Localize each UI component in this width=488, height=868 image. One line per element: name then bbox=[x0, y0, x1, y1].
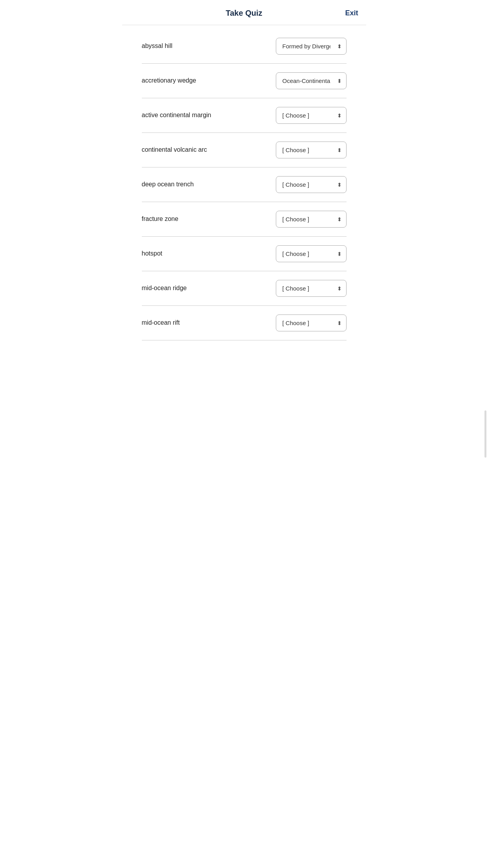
term-fracture-zone: fracture zone bbox=[142, 215, 270, 223]
header: Take Quiz Exit bbox=[122, 0, 366, 25]
term-abyssal-hill: abyssal hill bbox=[142, 42, 270, 50]
page-title: Take Quiz bbox=[226, 9, 262, 18]
term-mid-ocean-rift: mid-ocean rift bbox=[142, 318, 270, 327]
term-accretionary-wedge: accretionary wedge bbox=[142, 76, 270, 85]
quiz-row: active continental margin[ Choose ]Forme… bbox=[142, 98, 347, 133]
quiz-row: hotspot[ Choose ]Formed by DivergentOcea… bbox=[142, 237, 347, 271]
quiz-row: fracture zone[ Choose ]Formed by Diverge… bbox=[142, 202, 347, 237]
select-abyssal-hill[interactable]: [ Choose ]Formed by DivergentOcean-Conti… bbox=[276, 38, 347, 55]
select-wrapper-active-continental-margin: [ Choose ]Formed by DivergentOcean-Conti… bbox=[276, 107, 347, 124]
select-wrapper-abyssal-hill: [ Choose ]Formed by DivergentOcean-Conti… bbox=[276, 38, 347, 55]
select-hotspot[interactable]: [ Choose ]Formed by DivergentOcean-Conti… bbox=[276, 245, 347, 262]
quiz-row: mid-ocean ridge[ Choose ]Formed by Diver… bbox=[142, 271, 347, 306]
quiz-content: abyssal hill[ Choose ]Formed by Divergen… bbox=[122, 25, 366, 356]
term-deep-ocean-trench: deep ocean trench bbox=[142, 180, 270, 189]
select-wrapper-mid-ocean-rift: [ Choose ]Formed by DivergentOcean-Conti… bbox=[276, 314, 347, 331]
quiz-row: accretionary wedge[ Choose ]Formed by Di… bbox=[142, 64, 347, 98]
term-continental-volcanic-arc: continental volcanic arc bbox=[142, 145, 270, 154]
exit-button[interactable]: Exit bbox=[345, 9, 358, 17]
select-deep-ocean-trench[interactable]: [ Choose ]Formed by DivergentOcean-Conti… bbox=[276, 176, 347, 193]
quiz-row: continental volcanic arc[ Choose ]Formed… bbox=[142, 133, 347, 167]
select-wrapper-hotspot: [ Choose ]Formed by DivergentOcean-Conti… bbox=[276, 245, 347, 262]
term-mid-ocean-ridge: mid-ocean ridge bbox=[142, 284, 270, 292]
term-hotspot: hotspot bbox=[142, 249, 270, 258]
select-active-continental-margin[interactable]: [ Choose ]Formed by DivergentOcean-Conti… bbox=[276, 107, 347, 124]
select-wrapper-continental-volcanic-arc: [ Choose ]Formed by DivergentOcean-Conti… bbox=[276, 142, 347, 158]
select-mid-ocean-ridge[interactable]: [ Choose ]Formed by DivergentOcean-Conti… bbox=[276, 280, 347, 297]
select-wrapper-mid-ocean-ridge: [ Choose ]Formed by DivergentOcean-Conti… bbox=[276, 280, 347, 297]
term-active-continental-margin: active continental margin bbox=[142, 111, 270, 120]
select-wrapper-deep-ocean-trench: [ Choose ]Formed by DivergentOcean-Conti… bbox=[276, 176, 347, 193]
quiz-row: abyssal hill[ Choose ]Formed by Divergen… bbox=[142, 29, 347, 64]
quiz-row: deep ocean trench[ Choose ]Formed by Div… bbox=[142, 167, 347, 202]
quiz-rows-container: abyssal hill[ Choose ]Formed by Divergen… bbox=[142, 29, 347, 340]
quiz-row: mid-ocean rift[ Choose ]Formed by Diverg… bbox=[142, 306, 347, 340]
select-wrapper-fracture-zone: [ Choose ]Formed by DivergentOcean-Conti… bbox=[276, 211, 347, 228]
select-wrapper-accretionary-wedge: [ Choose ]Formed by DivergentOcean-Conti… bbox=[276, 72, 347, 89]
select-accretionary-wedge[interactable]: [ Choose ]Formed by DivergentOcean-Conti… bbox=[276, 72, 347, 89]
select-mid-ocean-rift[interactable]: [ Choose ]Formed by DivergentOcean-Conti… bbox=[276, 314, 347, 331]
page-wrapper: Take Quiz Exit abyssal hill[ Choose ]For… bbox=[122, 0, 366, 356]
select-fracture-zone[interactable]: [ Choose ]Formed by DivergentOcean-Conti… bbox=[276, 211, 347, 228]
select-continental-volcanic-arc[interactable]: [ Choose ]Formed by DivergentOcean-Conti… bbox=[276, 142, 347, 158]
